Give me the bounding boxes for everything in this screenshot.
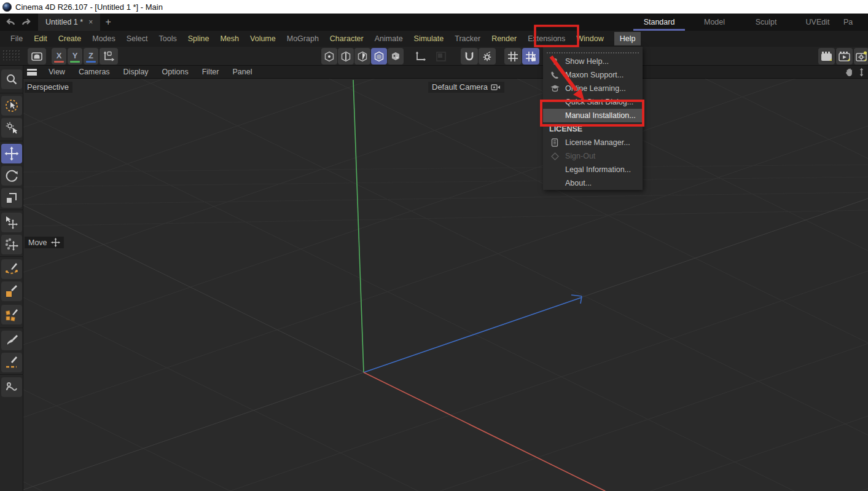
- menu-item-maxon-support[interactable]: Maxon Support...: [543, 68, 643, 82]
- axis-x-red: [364, 372, 605, 491]
- rectangle-spline-icon[interactable]: [1, 281, 22, 301]
- render-settings-icon[interactable]: [854, 48, 868, 65]
- menu-simulate[interactable]: Simulate: [409, 32, 450, 45]
- document-tab[interactable]: Untitled 1 * ×: [38, 14, 100, 31]
- polygons-mode-icon[interactable]: [354, 48, 370, 65]
- cinema4d-window: Cinema 4D R26.107 - [Untitled 1 *] - Mai…: [0, 0, 868, 491]
- sketch-pen-icon[interactable]: [1, 353, 22, 372]
- menu-edit[interactable]: Edit: [28, 32, 53, 45]
- render-picture-viewer-icon[interactable]: [836, 48, 853, 65]
- tweak-tool-icon[interactable]: [1, 118, 22, 138]
- view-name-label: Perspective: [25, 82, 72, 93]
- viewport-menu-panel[interactable]: Panel: [225, 66, 259, 78]
- viewport-menu-view[interactable]: View: [42, 66, 72, 78]
- menu-animate[interactable]: Animate: [369, 32, 409, 45]
- layout-tab-standard[interactable]: Standard: [630, 14, 689, 31]
- menu-create[interactable]: Create: [53, 32, 87, 45]
- menu-select[interactable]: Select: [121, 32, 154, 45]
- viewport-menu-icon[interactable]: [27, 69, 37, 76]
- close-tab-icon[interactable]: ×: [88, 18, 93, 26]
- redo-icon[interactable]: [18, 14, 33, 31]
- license-section-header: LICENSE: [543, 122, 643, 136]
- menu-item-manual-installation[interactable]: Manual Installation...: [543, 109, 643, 122]
- coordinate-system-icon[interactable]: [100, 48, 118, 65]
- render-view-icon[interactable]: [818, 48, 835, 65]
- menu-item-about[interactable]: About...: [543, 176, 643, 190]
- layout-tab-paint[interactable]: Pa: [843, 14, 868, 31]
- dolly-updown-icon[interactable]: [858, 68, 866, 77]
- quantize-grid-lock-icon[interactable]: [522, 48, 539, 65]
- menu-spline[interactable]: Spline: [182, 32, 215, 45]
- new-tab-button[interactable]: +: [100, 14, 116, 31]
- menu-window[interactable]: Window: [571, 32, 609, 45]
- menu-item-legal-information[interactable]: Legal Information...: [543, 163, 643, 176]
- layout-tab-model[interactable]: Model: [689, 14, 740, 31]
- document-tab-label: Untitled 1 *: [45, 18, 83, 26]
- pan-hand-icon[interactable]: [845, 68, 854, 77]
- menu-file[interactable]: File: [5, 32, 28, 45]
- menu-item-online-learning[interactable]: Online Learning...: [543, 82, 643, 95]
- spline-pen-icon[interactable]: [1, 259, 22, 279]
- window-title: Cinema 4D R26.107 - [Untitled 1 *] - Mai…: [15, 2, 163, 12]
- snap-settings-gear-icon[interactable]: [479, 48, 496, 65]
- menu-tracker[interactable]: Tracker: [449, 32, 486, 45]
- multi-transform-icon[interactable]: [1, 235, 22, 254]
- texture-mode-icon[interactable]: [388, 48, 404, 65]
- menu-tearoff-handle[interactable]: [547, 49, 639, 53]
- menu-help[interactable]: Help: [614, 32, 641, 45]
- viewport-grid: [23, 79, 868, 491]
- menu-extensions[interactable]: Extensions: [522, 32, 571, 45]
- edges-mode-icon[interactable]: [338, 48, 354, 65]
- rotate-tool-icon[interactable]: [1, 166, 22, 186]
- menu-item-quick-start-dialog[interactable]: Quick Start Dialog...: [543, 95, 643, 109]
- menu-modes[interactable]: Modes: [87, 32, 121, 45]
- model-mode-icon[interactable]: [371, 48, 387, 65]
- sign-out-icon: [549, 152, 560, 160]
- viewport-menu-cameras[interactable]: Cameras: [72, 66, 117, 78]
- points-mode-icon[interactable]: [321, 48, 337, 65]
- axis-lock-x-button[interactable]: X: [52, 48, 66, 65]
- menu-mesh[interactable]: Mesh: [214, 32, 244, 45]
- menu-render[interactable]: Render: [486, 32, 522, 45]
- toolbar-grip[interactable]: [2, 49, 22, 60]
- titlebar: Cinema 4D R26.107 - [Untitled 1 *] - Mai…: [0, 0, 868, 14]
- layout-tab-uvedit[interactable]: UVEdit: [792, 14, 843, 31]
- axis-lock-y-button[interactable]: Y: [68, 48, 82, 65]
- viewport-menu-display[interactable]: Display: [117, 66, 155, 78]
- viewport-solo-icon[interactable]: [28, 48, 46, 65]
- menu-mograph[interactable]: MoGraph: [281, 32, 324, 45]
- tool-palette: [0, 66, 23, 491]
- viewport-menu-options[interactable]: Options: [155, 66, 195, 78]
- grid-icon[interactable]: [504, 48, 522, 65]
- layout-tab-bar: Standard Model Sculpt UVEdit Pa: [630, 14, 868, 31]
- snap-icon[interactable]: [461, 48, 478, 65]
- learning-icon: [549, 85, 560, 92]
- menu-character[interactable]: Character: [324, 32, 369, 45]
- find-tool-icon[interactable]: [1, 69, 22, 89]
- planar-workplane-icon[interactable]: [432, 48, 450, 65]
- move-cursor-icon: [51, 238, 60, 247]
- menu-tools[interactable]: Tools: [154, 32, 182, 45]
- workplane-icon[interactable]: [412, 48, 430, 65]
- spline-smooth-icon[interactable]: [1, 377, 22, 397]
- question-icon: ?: [549, 57, 560, 66]
- viewport-3d[interactable]: Perspective Default Camera Move: [23, 79, 868, 491]
- layout-tab-sculpt[interactable]: Sculpt: [740, 14, 792, 31]
- undo-icon[interactable]: [4, 14, 18, 31]
- viewport-menu-filter[interactable]: Filter: [195, 66, 226, 78]
- camera-name-label[interactable]: Default Camera: [428, 82, 504, 93]
- move-tool-icon[interactable]: [1, 144, 22, 163]
- scale-tool-icon[interactable]: [1, 188, 22, 208]
- menu-item-sign-out: Sign-Out: [543, 149, 643, 163]
- brush-tool-icon[interactable]: [1, 331, 22, 350]
- license-document-icon: [549, 138, 560, 147]
- menu-item-show-help[interactable]: ? Show Help...: [543, 55, 643, 68]
- menu-item-license-manager[interactable]: License Manager...: [543, 136, 643, 149]
- live-selection-icon[interactable]: [1, 96, 22, 116]
- axis-lock-z-button[interactable]: Z: [84, 48, 98, 65]
- primitive-objects-icon[interactable]: [1, 305, 22, 324]
- menu-volume[interactable]: Volume: [244, 32, 281, 45]
- transform-tool-icon[interactable]: [1, 213, 22, 232]
- help-dropdown-menu: ? Show Help... Maxon Support... Online L…: [543, 47, 643, 190]
- cinema4d-logo-icon: [2, 2, 12, 12]
